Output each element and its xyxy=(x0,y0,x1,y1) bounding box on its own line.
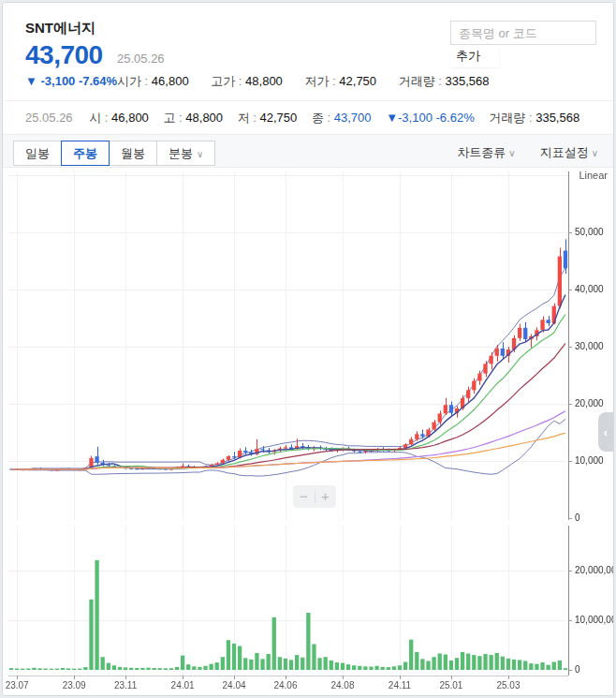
indicator-settings-button[interactable]: 지표설정∨ xyxy=(540,144,598,161)
candle-volume: 거래량335,568 xyxy=(489,101,579,134)
side-panel-collapse-button[interactable]: ‹ xyxy=(598,412,613,452)
high-stat: 고가48,800 xyxy=(211,73,283,90)
chevron-down-icon: ∨ xyxy=(197,149,203,159)
zoom-out-button[interactable]: − xyxy=(294,485,315,508)
tab-monthly[interactable]: 월봉 xyxy=(109,141,157,166)
candle-info-bar: 25.05.26 시46,800 고48,800 저42,750 종43,700… xyxy=(3,101,613,134)
price-volume-chart-canvas[interactable] xyxy=(3,168,613,695)
quote-date: 25.05.26 xyxy=(117,52,165,66)
stock-chart-panel: SNT에너지 43,700 25.05.26 ▼ -3,100 -7.64% 시… xyxy=(2,2,614,696)
candle-close: 종43,700 xyxy=(312,101,372,134)
tab-daily[interactable]: 일봉 xyxy=(13,141,62,166)
chevron-down-icon: ∨ xyxy=(592,148,598,158)
chart-area: Linear − + ‹ xyxy=(3,168,613,695)
daily-stats: 시가46,800 고가48,800 저가42,750 거래량335,568 xyxy=(117,73,508,90)
candle-change: ▼-3,100 -6.62% xyxy=(386,101,475,134)
tab-weekly[interactable]: 주봉 xyxy=(61,141,110,166)
volume-stat: 거래량335,568 xyxy=(399,73,490,90)
chevron-left-icon: ‹ xyxy=(604,425,608,439)
stock-name: SNT에너지 xyxy=(25,20,95,37)
add-stock-button[interactable]: 추가 xyxy=(450,45,499,67)
zoom-in-button[interactable]: + xyxy=(315,485,336,508)
scale-toggle[interactable]: Linear xyxy=(579,170,608,181)
current-price: 43,700 xyxy=(25,40,103,70)
open-stat: 시가46,800 xyxy=(117,73,189,90)
stock-header: SNT에너지 43,700 25.05.26 ▼ -3,100 -7.64% 시… xyxy=(3,3,613,101)
price-change: ▼ -3,100 -7.64% xyxy=(25,74,117,88)
tab-minute[interactable]: 분봉∨ xyxy=(156,141,215,166)
chevron-down-icon: ∨ xyxy=(508,148,515,158)
chart-type-button[interactable]: 차트종류∨ xyxy=(457,144,515,161)
zoom-control: − + xyxy=(293,485,336,508)
low-stat: 저가42,750 xyxy=(304,73,376,90)
search-input[interactable] xyxy=(450,21,596,45)
candle-date: 25.05.26 xyxy=(25,111,73,125)
period-tabs: 일봉 주봉 월봉 분봉∨ xyxy=(14,141,215,166)
candle-low: 저42,750 xyxy=(238,101,298,134)
chart-toolbar: 일봉 주봉 월봉 분봉∨ 차트종류∨ 지표설정∨ xyxy=(3,134,613,168)
toolbar-right: 차트종류∨ 지표설정∨ xyxy=(457,144,598,161)
candle-open: 시46,800 xyxy=(89,101,149,134)
candle-high: 고48,800 xyxy=(163,101,223,134)
